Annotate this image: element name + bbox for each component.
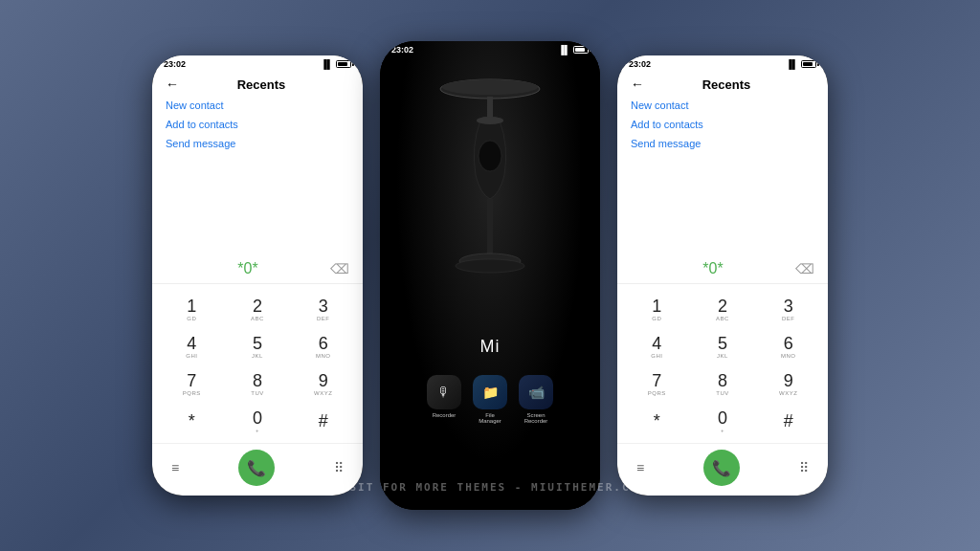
key-hash-left[interactable]: # [291, 404, 355, 439]
time-center: 23:02 [391, 45, 413, 55]
key-2-right[interactable]: 2ABC [691, 292, 755, 327]
key-star-left[interactable]: * [160, 404, 224, 439]
call-button-left[interactable]: 📞 [238, 450, 275, 486]
recorder-label: Recorder [433, 412, 457, 418]
svg-rect-6 [487, 199, 493, 256]
key-9-right[interactable]: 9WXYZ [756, 366, 820, 402]
keypad-icon-left[interactable]: ⠿ [334, 460, 344, 475]
key-6-left[interactable]: 6MNO [291, 329, 355, 364]
mi-text: Mi [480, 337, 501, 357]
time-left: 23:02 [164, 59, 186, 69]
status-icons-right: ▐▌ [786, 59, 816, 69]
battery-icon-center [573, 46, 589, 54]
app-icons-row: 🎙 Recorder 📁 FileManager 📹 ScreenRecorde… [427, 375, 553, 424]
new-contact-left[interactable]: New contact [166, 99, 349, 111]
watermark-text: VISIT FOR MORE THEMES - MIUITHEMER.COM [333, 481, 647, 494]
key-star-right[interactable]: * [625, 404, 689, 439]
lamp-visual [433, 70, 547, 319]
phone-center: 23:02 ▐▌ [380, 41, 600, 510]
key-8-left[interactable]: 8TUV [226, 366, 290, 402]
dark-screen: 23:02 ▐▌ [380, 41, 600, 510]
key-3-left[interactable]: 3DEF [291, 292, 355, 327]
signal-icon-right: ▐▌ [786, 59, 798, 69]
key-0-right[interactable]: 0+ [691, 404, 755, 439]
key-1-left[interactable]: 1GD [160, 292, 224, 327]
add-contact-left[interactable]: Add to contacts [166, 119, 349, 130]
phone-center-screen: 23:02 ▐▌ [380, 41, 600, 510]
key-9-left[interactable]: 9WXYZ [291, 366, 355, 402]
screen-recorder-label: ScreenRecorder [524, 412, 548, 424]
status-bar-center: 23:02 ▐▌ [380, 41, 600, 56]
key-3-right[interactable]: 3DEF [756, 292, 820, 327]
signal-icon-center: ▐▌ [558, 45, 570, 55]
svg-point-8 [456, 259, 524, 273]
dialer-links-left: New contact Add to contacts Send message [152, 96, 363, 153]
dialer-input-left: *0* ⌫ [152, 254, 363, 284]
menu-icon-left[interactable]: ≡ [171, 460, 179, 475]
svg-point-4 [479, 141, 501, 171]
key-6-right[interactable]: 6MNO [756, 329, 820, 364]
recents-title-left: Recents [187, 77, 349, 92]
dialer-bottom-left: ≡ 📞 ⠿ [152, 443, 363, 496]
status-bar-right: 23:02 ▐▌ [617, 55, 828, 71]
key-4-left[interactable]: 4GHI [160, 329, 224, 364]
battery-icon-left [336, 60, 351, 68]
key-hash-right[interactable]: # [756, 404, 820, 439]
app-recorder[interactable]: 🎙 Recorder [427, 375, 461, 424]
key-2-left[interactable]: 2ABC [226, 292, 290, 327]
battery-icon-right [801, 60, 816, 68]
key-7-right[interactable]: 7PQRS [625, 366, 689, 402]
recents-title-right: Recents [652, 77, 814, 92]
svg-point-1 [442, 79, 538, 95]
time-right: 23:02 [629, 59, 651, 69]
back-arrow-right[interactable]: ← [631, 77, 644, 92]
screen-recorder-icon: 📹 [519, 375, 553, 409]
key-1-right[interactable]: 1GD [625, 292, 689, 327]
dialer-input-right: *0* ⌫ [617, 254, 828, 284]
phone-left-screen: 23:02 ▐▌ ← Recents New contact [152, 55, 363, 496]
keypad-left: 1GD 2ABC 3DEF 4GHI 5JKL 6MNO 7PQRS 8TUV … [152, 288, 363, 443]
status-icons-center: ▐▌ [558, 45, 589, 55]
dialer-header-right: ← Recents [617, 71, 828, 96]
send-message-left[interactable]: Send message [166, 138, 349, 149]
recorder-icon: 🎙 [427, 375, 461, 409]
dialer-links-right: New contact Add to contacts Send message [617, 96, 828, 153]
status-icons-left: ▐▌ [321, 59, 351, 69]
files-label: FileManager [479, 412, 501, 424]
svg-point-5 [477, 117, 503, 124]
back-arrow-left[interactable]: ← [166, 77, 179, 92]
new-contact-right[interactable]: New contact [631, 99, 814, 111]
key-7-left[interactable]: 7PQRS [160, 366, 224, 402]
menu-icon-right[interactable]: ≡ [636, 460, 644, 475]
input-value-left: *0* [166, 260, 330, 277]
dialer-header-left: ← Recents [152, 71, 363, 96]
key-0-left[interactable]: 0+ [226, 404, 290, 439]
call-button-right[interactable]: 📞 [703, 450, 740, 486]
signal-icon-left: ▐▌ [321, 59, 333, 69]
key-8-right[interactable]: 8TUV [691, 366, 755, 402]
key-5-right[interactable]: 5JKL [691, 329, 755, 364]
backspace-left[interactable]: ⌫ [330, 261, 349, 276]
keypad-right: 1GD 2ABC 3DEF 4GHI 5JKL 6MNO 7PQRS 8TUV … [617, 288, 828, 443]
dialer-right: 23:02 ▐▌ ← Recents New contact [617, 55, 828, 496]
send-message-right[interactable]: Send message [631, 138, 814, 149]
add-contact-right[interactable]: Add to contacts [631, 119, 814, 130]
phone-right: 23:02 ▐▌ ← Recents New contact [617, 55, 828, 496]
key-5-left[interactable]: 5JKL [226, 329, 290, 364]
files-icon: 📁 [473, 375, 507, 409]
phone-left: 23:02 ▐▌ ← Recents New contact [152, 55, 363, 496]
app-screen-recorder[interactable]: 📹 ScreenRecorder [519, 375, 553, 424]
backspace-right[interactable]: ⌫ [795, 261, 814, 276]
phones-container: 23:02 ▐▌ ← Recents New contact [152, 41, 828, 510]
key-4-right[interactable]: 4GHI [625, 329, 689, 364]
app-files[interactable]: 📁 FileManager [473, 375, 507, 424]
status-bar-left: 23:02 ▐▌ [152, 55, 363, 71]
dialer-left: 23:02 ▐▌ ← Recents New contact [152, 55, 363, 496]
phone-right-screen: 23:02 ▐▌ ← Recents New contact [617, 55, 828, 496]
input-value-right: *0* [631, 260, 795, 277]
keypad-icon-right[interactable]: ⠿ [799, 460, 809, 475]
dialer-bottom-right: ≡ 📞 ⠿ [617, 443, 828, 496]
